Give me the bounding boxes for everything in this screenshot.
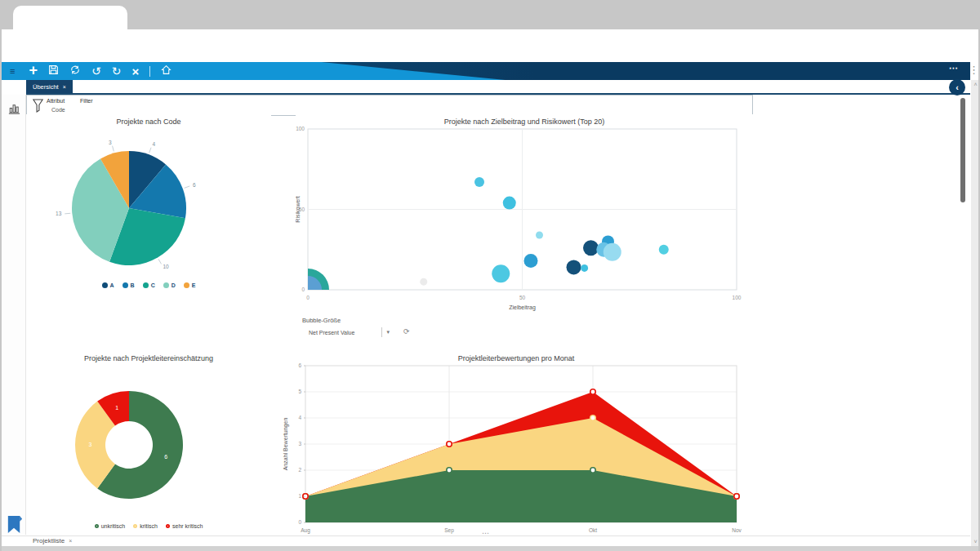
bubble-size-label: Bubble-Größe: [302, 317, 341, 324]
scatter-chart-panel: Projekte nach Zielbeitrag und Risikowert…: [296, 114, 753, 314]
browser-window: ← → ↻ ★ ⋮ ≡ + ↺: [0, 0, 980, 551]
browser-scrollbar[interactable]: ˄ ˅: [971, 80, 980, 546]
close-icon[interactable]: ×: [131, 65, 139, 78]
svg-text:1: 1: [115, 405, 118, 411]
svg-text:4: 4: [152, 141, 155, 147]
browser-tab[interactable]: [13, 6, 127, 29]
svg-text:Risikowert: Risikowert: [296, 196, 301, 222]
area-chart[interactable]: 0123456AugSepOktNovAnzahl Bewertungen: [279, 362, 753, 535]
legend-item[interactable]: D: [163, 282, 176, 288]
filter-bar[interactable]: Attribut Code Filter: [26, 95, 753, 116]
save-icon[interactable]: [48, 64, 59, 78]
svg-text:Anzahl Bewertungen: Anzahl Bewertungen: [283, 418, 289, 471]
tab-uebersicht[interactable]: Übersicht ×: [26, 80, 73, 93]
left-sidebar: [2, 95, 26, 535]
app-toolbar: ≡ + ↺ ↻ × ⋯: [2, 62, 970, 80]
area-chart-title: Projektleiterbewertungen pro Monat: [279, 354, 753, 362]
tab-label: Übersicht: [33, 83, 59, 91]
document-tab-row: Übersicht ×: [2, 80, 970, 93]
svg-text:50: 50: [519, 295, 526, 300]
bubble-size-value: Net Present Value: [305, 330, 381, 335]
toolbar-overflow-icon[interactable]: ⋯: [949, 63, 959, 73]
legend-item[interactable]: kritisch: [133, 523, 158, 529]
svg-text:3: 3: [89, 442, 92, 447]
svg-text:6: 6: [193, 182, 196, 188]
svg-text:0: 0: [298, 519, 301, 525]
svg-text:5: 5: [298, 389, 301, 394]
divider: [149, 66, 150, 77]
svg-text:Zielbeitrag: Zielbeitrag: [509, 304, 536, 311]
svg-text:1: 1: [298, 493, 301, 499]
tab-label: Projektliste: [33, 537, 65, 544]
app-scrollbar-thumb[interactable]: [960, 98, 965, 202]
svg-text:100: 100: [296, 126, 305, 131]
scroll-down-icon[interactable]: ˅: [971, 539, 980, 544]
browser-nav-bar: ← → ↻ ★ ⋮: [2, 29, 978, 60]
sync-icon[interactable]: [69, 64, 81, 78]
svg-text:10: 10: [163, 264, 170, 269]
svg-text:0: 0: [306, 295, 310, 300]
pie-chart[interactable]: 4610133: [26, 126, 271, 289]
svg-text:0: 0: [301, 287, 305, 292]
redo-icon[interactable]: ↻: [112, 65, 122, 77]
new-button[interactable]: +: [29, 62, 38, 79]
area-chart-panel: Projektleiterbewertungen pro Monat 01234…: [279, 351, 753, 537]
refresh-icon[interactable]: ⟳: [403, 327, 410, 335]
browser-title-bar: [2, 0, 978, 29]
scatter-chart[interactable]: 050100050100ZielbeitragRisikowert: [296, 126, 753, 326]
pie-chart-legend: ABCDE: [26, 282, 271, 288]
home-icon[interactable]: [161, 64, 172, 78]
svg-text:3: 3: [109, 140, 112, 145]
pie-chart-panel: Projekte nach Code 4610133 ABCDE: [26, 114, 271, 300]
donut-chart-legend: unkritischkritischsehr kritisch: [26, 523, 271, 529]
svg-text:3: 3: [298, 441, 301, 447]
svg-text:100: 100: [733, 295, 742, 300]
collapse-panel-button[interactable]: ‹: [949, 79, 965, 96]
bottom-tab-row: Projektliste ×: [2, 536, 970, 546]
undo-icon[interactable]: ↺: [91, 65, 101, 77]
svg-text:4: 4: [298, 415, 301, 420]
svg-text:2: 2: [298, 467, 301, 473]
tab-projektliste[interactable]: Projektliste ×: [33, 537, 72, 544]
donut-chart-title: Projekte nach Projektleitereinschätzung: [26, 354, 271, 362]
legend-item[interactable]: C: [143, 282, 155, 288]
legend-item[interactable]: B: [122, 282, 135, 288]
donut-chart-panel: Projekte nach Projektleitereinschätzung …: [26, 351, 271, 537]
scatter-chart-title: Projekte nach Zielbeitrag und Risikowert…: [296, 118, 753, 126]
legend-item[interactable]: unkritisch: [95, 523, 126, 529]
tab-close-icon[interactable]: ×: [63, 84, 66, 90]
bubble-size-select[interactable]: Net Present Value ▾: [305, 327, 394, 338]
filter-attribut-value[interactable]: Code: [51, 107, 65, 113]
svg-text:13: 13: [56, 211, 62, 216]
donut-chart[interactable]: 631: [26, 362, 271, 522]
menu-icon[interactable]: ≡: [10, 66, 15, 76]
filter-attribut-label: Attribut: [47, 98, 65, 104]
chevron-down-icon[interactable]: ▾: [382, 329, 394, 335]
legend-item[interactable]: sehr kritisch: [166, 523, 203, 529]
svg-text:6: 6: [164, 454, 167, 460]
legend-item[interactable]: E: [184, 282, 196, 288]
legend-item[interactable]: A: [102, 282, 114, 288]
scroll-up-icon[interactable]: ˄: [971, 82, 980, 87]
window-bottom-border: [2, 546, 978, 551]
filter-label: Filter: [80, 98, 93, 104]
chevron-left-icon: ‹: [956, 82, 959, 92]
pie-chart-title: Projekte nach Code: [26, 118, 271, 126]
tab-close-icon[interactable]: ×: [69, 538, 72, 544]
svg-text:6: 6: [298, 362, 301, 368]
chart-tool-icon[interactable]: [7, 101, 21, 118]
